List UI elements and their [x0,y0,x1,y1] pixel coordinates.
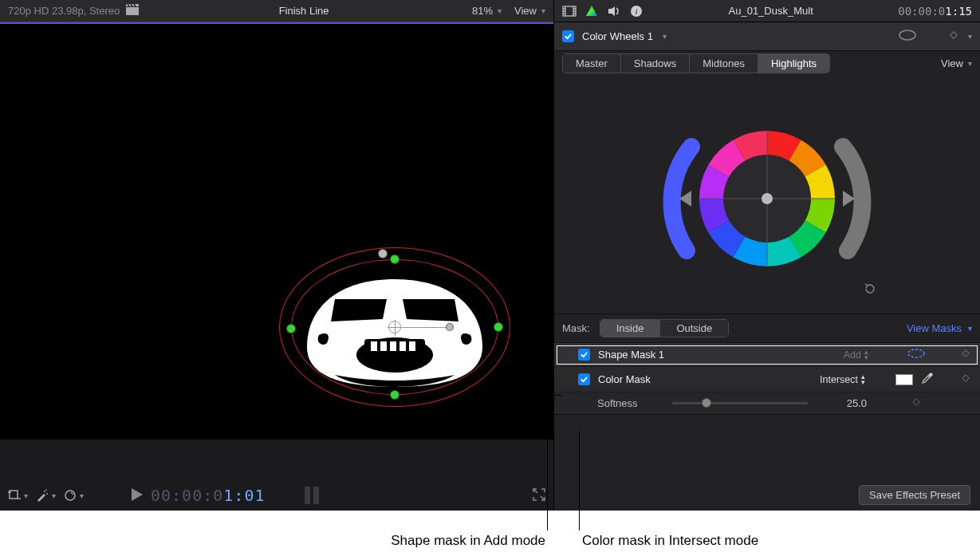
svg-point-16 [46,493,48,495]
reset-button[interactable] [864,282,876,298]
clip-format-label: 720p HD 23.98p, Stereo [8,5,120,17]
color-wheel-segments[interactable]: Master Shadows Midtones Highlights [562,53,830,73]
effect-header-row[interactable]: Color Wheels 1 ▾ ▾ [554,22,980,51]
shape-mask-icon[interactable] [907,348,926,361]
svg-marker-37 [679,191,691,207]
softness-row: Softness 25.0 [554,392,980,415]
mask-outside-button[interactable]: Outside [660,320,728,337]
eyedropper-icon[interactable] [921,372,934,387]
slider-thumb[interactable] [702,398,711,408]
inspector-clip-name: Au_01_Dusk_Mult [651,5,890,17]
updown-icon: ▴▾ [864,349,868,361]
effect-name: Color Wheels 1 [582,30,653,42]
updown-icon: ▴▾ [861,374,865,385]
retime-tool-dropdown[interactable]: ▾ [64,489,84,502]
svg-rect-7 [371,341,377,351]
clapperboard-icon[interactable] [126,4,139,18]
tab-midtones[interactable]: Midtones [690,54,758,73]
view-label: View [514,5,537,17]
svg-rect-44 [962,350,969,357]
keyframe-button[interactable] [961,373,970,385]
color-wheel[interactable] [554,75,980,314]
mask-inside-button[interactable]: Inside [600,320,661,337]
svg-point-18 [65,491,75,500]
softness-value[interactable]: 25.0 [819,397,867,409]
crop-tool-dropdown[interactable]: ▾ [8,489,28,502]
chevron-down-icon: ▾ [541,6,545,15]
audio-meters [305,487,319,504]
view-dropdown[interactable]: View ▾ [514,5,545,17]
svg-marker-32 [608,6,615,16]
annotations: Shape mask in Add mode Color mask in Int… [0,511,980,560]
keyframe-button[interactable] [949,30,958,42]
fullscreen-button[interactable] [533,488,545,503]
mask-enable-checkbox[interactable] [578,373,590,385]
viewer-timecode[interactable]: 00:00:01:01 [151,486,265,505]
svg-rect-8 [380,341,387,351]
svg-text:i: i [635,6,637,16]
mask-mode-dropdown[interactable]: Intersect ▴▾ [820,374,865,385]
keyframe-button[interactable] [911,397,921,409]
zoom-value: 81% [472,5,493,17]
svg-rect-46 [913,399,919,405]
mask-handle-top-rotate[interactable] [378,249,388,258]
mask-row-shape[interactable]: Shape Mask 1 Add ▴▾ [554,343,980,367]
svg-rect-0 [126,7,139,15]
tab-master[interactable]: Master [563,54,621,73]
viewer-panel: 720p HD 23.98p, Stereo Finish Line 81% ▾… [0,0,554,511]
effect-enable-checkbox[interactable] [562,30,574,42]
mask-handle-radius[interactable] [446,323,454,331]
inspector-footer: Save Effects Preset [554,479,980,511]
svg-marker-19 [132,488,143,501]
keyframe-button[interactable] [961,349,970,361]
mask-enable-checkbox[interactable] [578,349,590,361]
annotation-color-mask: Color mask in Intersect mode [582,533,758,549]
svg-rect-11 [409,341,415,351]
save-effects-preset-button[interactable]: Save Effects Preset [859,485,970,505]
chevron-down-icon[interactable]: ▾ [968,32,972,41]
svg-point-17 [45,489,47,491]
clip-title: Finish Line [148,5,459,17]
mask-row-color[interactable]: Color Mask Intersect ▴▾ [554,367,980,392]
inspector-panel: i Au_01_Dusk_Mult 00:00:01:15 Color Whee… [554,0,980,511]
annotation-shape-mask: Shape mask in Add mode [391,533,545,549]
wheel-view-dropdown[interactable]: View ▾ [941,57,972,69]
tab-shadows[interactable]: Shadows [621,54,690,73]
mask-label: Mask: [562,322,590,334]
chevron-down-icon: ▾ [968,59,972,68]
svg-rect-10 [399,341,406,351]
color-wheel-tabs-row: Master Shadows Midtones Highlights View … [554,51,980,75]
svg-point-43 [908,349,924,357]
mask-mode-dropdown[interactable]: Add ▴▾ [844,349,868,361]
view-masks-dropdown[interactable]: View Masks ▾ [907,322,972,334]
mask-name: Shape Mask 1 [598,349,664,361]
viewer-header: 720p HD 23.98p, Stereo Finish Line 81% ▾… [0,0,553,22]
svg-rect-45 [962,375,969,381]
color-mask-swatch[interactable] [895,374,913,385]
chevron-down-icon[interactable]: ▾ [663,32,667,41]
mask-handle-top[interactable] [390,254,399,264]
viewer-footer: ▾ ▾ ▾ 00:00:01:01 [0,439,553,511]
add-mask-button[interactable] [898,29,917,44]
mask-inside-outside-segments[interactable]: Inside Outside [600,319,730,337]
inspector-header: i Au_01_Dusk_Mult 00:00:01:15 [554,0,980,22]
mask-controls-row: Mask: Inside Outside View Masks ▾ [554,314,980,343]
viewer-canvas[interactable] [0,24,553,439]
inspector-timecode: 00:00:01:15 [898,5,972,18]
svg-point-35 [899,30,915,40]
video-inspector-tab[interactable] [562,6,577,17]
play-button[interactable] [132,488,143,503]
mask-handle-right[interactable] [494,322,503,332]
svg-point-42 [762,193,773,204]
mask-handle-left[interactable] [286,324,296,333]
softness-slider[interactable] [672,402,808,404]
svg-rect-36 [950,32,957,38]
tab-highlights[interactable]: Highlights [758,54,829,73]
info-inspector-tab[interactable]: i [629,5,643,18]
zoom-dropdown[interactable]: 81% ▾ [472,5,502,17]
mask-handle-bottom[interactable] [390,390,399,400]
svg-point-15 [44,491,45,492]
enhance-tool-dropdown[interactable]: ▾ [36,489,56,502]
audio-inspector-tab[interactable] [607,6,621,17]
color-inspector-tab[interactable] [584,5,599,18]
